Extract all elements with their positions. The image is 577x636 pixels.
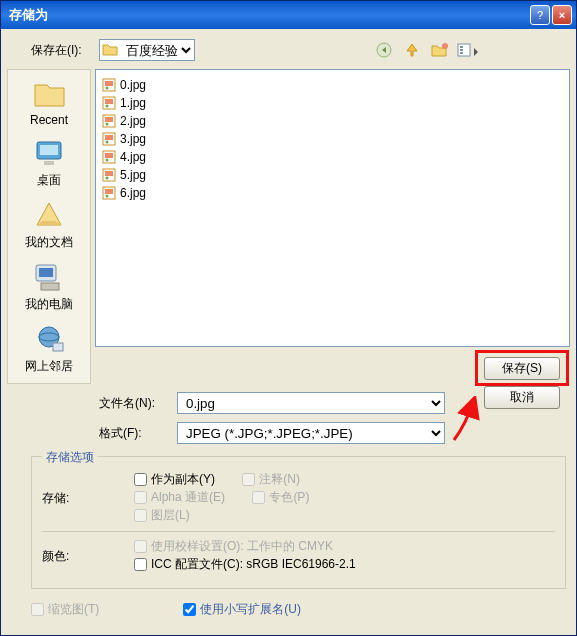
sidebar-label: 我的文档	[25, 234, 73, 251]
dialog-title: 存储为	[9, 6, 48, 24]
svg-point-26	[106, 141, 109, 144]
folder-icon	[102, 42, 118, 56]
views-icon[interactable]	[457, 39, 479, 61]
sidebar-item-desktop[interactable]: 桌面	[31, 137, 67, 189]
image-file-icon	[102, 150, 116, 164]
sidebar-label: 我的电脑	[25, 296, 73, 313]
svg-rect-14	[53, 343, 63, 351]
file-name: 2.jpg	[120, 114, 146, 128]
new-folder-icon[interactable]	[429, 39, 451, 61]
as-copy-checkbox[interactable]: 作为副本(Y)	[134, 471, 215, 488]
sidebar-item-recent[interactable]: Recent	[30, 78, 68, 127]
file-item[interactable]: 0.jpg	[102, 76, 563, 94]
file-item[interactable]: 1.jpg	[102, 94, 563, 112]
file-list[interactable]: 0.jpg1.jpg2.jpg3.jpg4.jpg5.jpg6.jpg	[95, 69, 570, 347]
format-select[interactable]: JPEG (*.JPG;*.JPEG;*.JPE)	[177, 422, 445, 444]
file-name: 3.jpg	[120, 132, 146, 146]
svg-point-20	[106, 105, 109, 108]
save-options-group: 存储选项 存储: 作为副本(Y) 注释(N) Alpha 通道(E) 专色(P)…	[31, 456, 566, 589]
desktop-icon	[31, 137, 67, 169]
close-button[interactable]: ×	[552, 5, 572, 25]
sidebar-label: 桌面	[37, 172, 61, 189]
save-button[interactable]: 保存(S)	[484, 357, 560, 380]
svg-rect-28	[105, 153, 113, 158]
format-row: 格式(F): JPEG (*.JPG;*.JPEG;*.JPE)	[1, 418, 576, 448]
sidebar-item-mycomputer[interactable]: 我的电脑	[25, 261, 73, 313]
image-file-icon	[102, 78, 116, 92]
options-legend: 存储选项	[42, 449, 98, 466]
svg-point-1	[442, 43, 448, 49]
window-controls: ? ×	[530, 5, 572, 25]
up-icon[interactable]	[401, 39, 423, 61]
file-name: 0.jpg	[120, 78, 146, 92]
save-sub-label: 存储:	[42, 490, 86, 507]
file-item[interactable]: 4.jpg	[102, 148, 563, 166]
thumbnail-checkbox: 缩览图(T)	[31, 601, 99, 618]
svg-rect-4	[460, 49, 463, 51]
svg-point-35	[106, 195, 109, 198]
svg-rect-25	[105, 135, 113, 140]
filename-label: 文件名(N):	[99, 395, 171, 412]
image-file-icon	[102, 186, 116, 200]
image-file-icon	[102, 96, 116, 110]
titlebar: 存储为 ? ×	[1, 1, 576, 29]
svg-rect-10	[39, 268, 53, 277]
sidebar-label: 网上邻居	[25, 358, 73, 375]
svg-rect-8	[44, 161, 54, 165]
recent-icon	[31, 78, 67, 110]
svg-rect-34	[105, 189, 113, 194]
svg-rect-5	[460, 52, 463, 54]
svg-point-17	[106, 87, 109, 90]
main-area: Recent 桌面 我的文档 我的电脑 网上邻居 0.jpg1.jpg2.jpg…	[1, 67, 576, 388]
file-item[interactable]: 6.jpg	[102, 184, 563, 202]
help-button[interactable]: ?	[530, 5, 550, 25]
sidebar-item-mydocs[interactable]: 我的文档	[25, 199, 73, 251]
filename-input[interactable]: 0.jpg	[177, 392, 445, 414]
sidebar-label: Recent	[30, 113, 68, 127]
image-file-icon	[102, 132, 116, 146]
svg-point-23	[106, 123, 109, 126]
file-item[interactable]: 2.jpg	[102, 112, 563, 130]
file-name: 1.jpg	[120, 96, 146, 110]
save-as-dialog: 存储为 ? × 保存在(I): 百度经验 Recent	[0, 0, 577, 636]
format-label: 格式(F):	[99, 425, 171, 442]
svg-rect-31	[105, 171, 113, 176]
icc-checkbox[interactable]: ICC 配置文件(C): sRGB IEC61966-2.1	[134, 556, 356, 573]
places-sidebar: Recent 桌面 我的文档 我的电脑 网上邻居	[7, 69, 91, 384]
file-name: 4.jpg	[120, 150, 146, 164]
save-in-label: 保存在(I):	[31, 42, 93, 59]
svg-rect-2	[458, 44, 470, 56]
svg-rect-19	[105, 99, 113, 104]
cancel-button[interactable]: 取消	[484, 386, 560, 409]
save-in-row: 保存在(I): 百度经验	[1, 29, 576, 67]
file-item[interactable]: 3.jpg	[102, 130, 563, 148]
mycomputer-icon	[31, 261, 67, 293]
svg-rect-16	[105, 81, 113, 86]
image-file-icon	[102, 168, 116, 182]
annotations-checkbox: 注释(N)	[242, 471, 300, 488]
bottom-row: 缩览图(T) 使用小写扩展名(U)	[1, 595, 576, 628]
spot-checkbox: 专色(P)	[252, 489, 309, 506]
svg-rect-3	[460, 46, 463, 48]
sidebar-item-network[interactable]: 网上邻居	[25, 323, 73, 375]
lowercase-ext-checkbox[interactable]: 使用小写扩展名(U)	[183, 601, 301, 618]
alpha-checkbox: Alpha 通道(E)	[134, 489, 225, 506]
color-sub-label: 颜色:	[42, 548, 86, 565]
svg-rect-7	[40, 145, 58, 155]
svg-rect-22	[105, 117, 113, 122]
layers-checkbox: 图层(L)	[134, 507, 190, 524]
dialog-buttons: 保存(S) 取消	[484, 357, 560, 409]
back-icon[interactable]	[373, 39, 395, 61]
mydocs-icon	[31, 199, 67, 231]
file-name: 6.jpg	[120, 186, 146, 200]
svg-rect-11	[41, 283, 59, 290]
folder-toolbar	[373, 39, 479, 61]
proof-checkbox: 使用校样设置(O): 工作中的 CMYK	[134, 538, 333, 555]
svg-point-29	[106, 159, 109, 162]
network-icon	[31, 323, 67, 355]
file-name: 5.jpg	[120, 168, 146, 182]
image-file-icon	[102, 114, 116, 128]
svg-point-32	[106, 177, 109, 180]
file-item[interactable]: 5.jpg	[102, 166, 563, 184]
